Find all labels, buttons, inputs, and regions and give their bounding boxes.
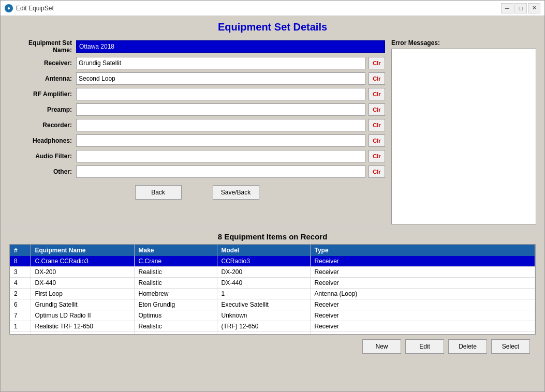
table-row[interactable]: 3DX-200RealisticDX-200Receiver: [10, 267, 535, 278]
bottom-buttons: New Edit Delete Select: [9, 335, 536, 358]
col-header-num: #: [10, 245, 31, 256]
back-button[interactable]: Back: [135, 185, 182, 200]
table-row[interactable]: 6Grundig SatellitEton GrundigExecutive S…: [10, 299, 535, 310]
content-area: Equipment Set Details Equipment Set Name…: [1, 16, 544, 391]
cell-model: DX-200: [217, 267, 310, 278]
rf-amplifier-label: RF Amplifier:: [9, 91, 76, 98]
receiver-clr-button[interactable]: Clr: [369, 57, 385, 69]
cell-make: Realistic: [134, 321, 217, 332]
cell-make: Realistic: [134, 267, 217, 278]
recorder-clr-button[interactable]: Clr: [369, 119, 385, 131]
title-bar: ● Edit EquipSet ─ □ ✕: [1, 1, 544, 16]
audio-filter-row: Audio Filter: Clr: [9, 150, 385, 162]
col-header-type: Type: [310, 245, 535, 256]
receiver-label: Receiver:: [9, 59, 76, 67]
headphones-clr-button[interactable]: Clr: [369, 134, 385, 147]
other-input[interactable]: [76, 165, 365, 178]
headphones-input[interactable]: [76, 134, 365, 147]
window-controls: ─ □ ✕: [501, 3, 540, 13]
name-label: Equipment Set Name:: [9, 39, 76, 54]
table-row[interactable]: 7Optimus LD Radio IIOptimusUnknownReceiv…: [10, 310, 535, 321]
antenna-label: Antenna:: [9, 75, 76, 82]
cell-name: Optimus LD Radio II: [31, 310, 134, 321]
recorder-label: Recorder:: [9, 122, 76, 129]
cell-num: 1: [10, 321, 31, 332]
receiver-input[interactable]: [76, 57, 365, 69]
antenna-input[interactable]: [76, 72, 365, 85]
headphones-label: Headphones:: [9, 137, 76, 144]
cell-name: First Loop: [31, 289, 134, 299]
restore-button[interactable]: □: [514, 3, 527, 13]
cell-model: (TRF) 12-650: [217, 321, 310, 332]
antenna-row: Antenna: Clr: [9, 72, 385, 85]
table-title: 8 Equipment Items on Record: [9, 229, 536, 244]
rf-amplifier-clr-button[interactable]: Clr: [369, 88, 385, 100]
table-row[interactable]: 4DX-440RealisticDX-440Receiver: [10, 278, 535, 289]
cell-num: 3: [10, 267, 31, 278]
cell-type: Antenna (Loop): [310, 289, 535, 299]
preamp-row: Preamp: Clr: [9, 103, 385, 116]
cell-name: Grundig Satellit: [31, 299, 134, 310]
cell-num: 5: [10, 332, 31, 335]
table-row[interactable]: 8C.Crane CCRadio3C.CraneCCRadio3Receiver: [10, 256, 535, 267]
cell-name: C.Crane CCRadio3: [31, 256, 134, 267]
preamp-clr-button[interactable]: Clr: [369, 103, 385, 116]
error-section: Error Messages:: [391, 39, 536, 224]
recorder-input[interactable]: [76, 119, 365, 131]
cell-make: Optimus: [134, 310, 217, 321]
preamp-input[interactable]: [76, 103, 365, 116]
main-layout: Equipment Set Name: Receiver: Clr Antenn…: [9, 39, 536, 224]
recorder-row: Recorder: Clr: [9, 119, 385, 131]
edit-button[interactable]: Edit: [405, 339, 444, 354]
cell-num: 2: [10, 289, 31, 299]
cell-num: 7: [10, 310, 31, 321]
headphones-row: Headphones: Clr: [9, 134, 385, 147]
close-button[interactable]: ✕: [528, 3, 540, 13]
cell-type: Receiver: [310, 321, 535, 332]
rf-amplifier-row: RF Amplifier: Clr: [9, 88, 385, 100]
cell-num: 4: [10, 278, 31, 289]
new-button[interactable]: New: [362, 339, 401, 354]
save-back-button[interactable]: Save/Back: [213, 185, 259, 200]
select-button[interactable]: Select: [491, 339, 530, 354]
cell-num: 8: [10, 256, 31, 267]
cell-name: DX-440: [31, 278, 134, 289]
minimize-button[interactable]: ─: [501, 3, 513, 13]
cell-make: Homebrew: [134, 332, 217, 335]
name-row: Equipment Set Name:: [9, 39, 385, 54]
delete-button[interactable]: Delete: [448, 339, 487, 354]
form-button-row: Back Save/Back: [9, 185, 385, 200]
table-row[interactable]: 5Second LoopHomebrew2Antenna (Loop): [10, 332, 535, 335]
cell-type: Receiver: [310, 299, 535, 310]
cell-make: Eton Grundig: [134, 299, 217, 310]
name-input[interactable]: [76, 40, 385, 53]
cell-model: CCRadio3: [217, 256, 310, 267]
cell-name: DX-200: [31, 267, 134, 278]
error-messages-box: [391, 49, 536, 224]
cell-type: Antenna (Loop): [310, 332, 535, 335]
other-label: Other:: [9, 168, 76, 175]
cell-model: 1: [217, 289, 310, 299]
title-bar-left: ● Edit EquipSet: [5, 4, 54, 12]
cell-make: Realistic: [134, 278, 217, 289]
cell-name: Realistic TRF 12-650: [31, 321, 134, 332]
antenna-clr-button[interactable]: Clr: [369, 72, 385, 85]
cell-type: Receiver: [310, 310, 535, 321]
audio-filter-clr-button[interactable]: Clr: [369, 150, 385, 162]
table-row[interactable]: 1Realistic TRF 12-650Realistic(TRF) 12-6…: [10, 321, 535, 332]
audio-filter-input[interactable]: [76, 150, 365, 162]
cell-type: Receiver: [310, 267, 535, 278]
col-header-model: Model: [217, 245, 310, 256]
table-wrapper[interactable]: # Equipment Name Make Model Type 8C.Cran…: [9, 244, 536, 335]
rf-amplifier-input[interactable]: [76, 88, 365, 100]
cell-model: DX-440: [217, 278, 310, 289]
other-clr-button[interactable]: Clr: [369, 165, 385, 178]
preamp-label: Preamp:: [9, 106, 76, 113]
table-body: 8C.Crane CCRadio3C.CraneCCRadio3Receiver…: [10, 256, 535, 335]
table-row[interactable]: 2First LoopHomebrew1Antenna (Loop): [10, 289, 535, 299]
table-header-row: # Equipment Name Make Model Type: [10, 245, 535, 256]
audio-filter-label: Audio Filter:: [9, 153, 76, 160]
table-section: 8 Equipment Items on Record # Equipment …: [9, 229, 536, 335]
cell-model: Executive Satellit: [217, 299, 310, 310]
main-window: ● Edit EquipSet ─ □ ✕ Equipment Set Deta…: [0, 0, 545, 392]
